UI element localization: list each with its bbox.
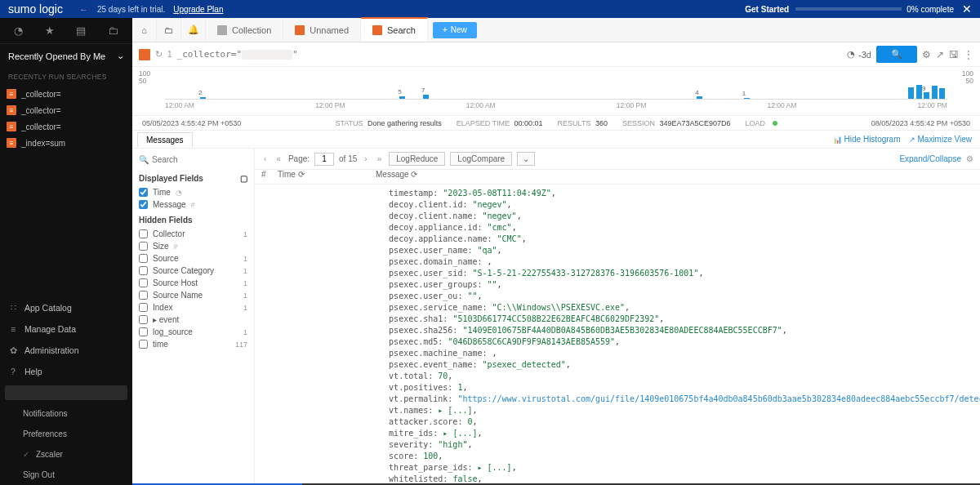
message-body[interactable]: timestamp: "2023-05-08T11:04:49Z", decoy… [255, 185, 980, 485]
field-row[interactable]: Collector1 [139, 228, 247, 240]
save-icon[interactable]: 🖫 [949, 49, 959, 60]
query-line-num: 1 [167, 50, 172, 59]
app-catalog-link[interactable]: ∷App Catalog [0, 297, 132, 318]
user-bar[interactable] [5, 385, 127, 400]
home-icon[interactable]: ⌂ [132, 18, 157, 42]
close-icon[interactable]: ✕ [962, 2, 972, 16]
run-search-button[interactable]: 🔍 [876, 46, 917, 63]
upgrade-link[interactable]: Upgrade Plan [173, 5, 223, 14]
time-range-picker[interactable]: ◔ -3d [847, 49, 871, 60]
logreduce-button[interactable]: LogReduce [389, 152, 445, 166]
maximize-view-link[interactable]: ↗Maximize View [909, 135, 973, 144]
messages-tab[interactable]: Messages [137, 132, 193, 147]
col-message[interactable]: Message ⟳ [376, 170, 980, 184]
bell-icon[interactable]: 🔔 [181, 18, 206, 42]
left-nav: ◔ ★ ▤ 🗀 Recently Opened By Me⌄ RECENTLY … [0, 18, 132, 485]
page-next-icon[interactable]: › [362, 154, 369, 163]
field-row[interactable]: log_source1 [139, 326, 247, 338]
sign-out-link[interactable]: Sign Out [0, 465, 132, 485]
field-row[interactable]: time117 [139, 338, 247, 350]
field-row[interactable]: Index1 [139, 301, 247, 314]
tab-search[interactable]: Search [361, 17, 428, 42]
histogram[interactable]: 10050 10050 2 5 7 4 1 9 12:00 AM12:00 PM… [132, 67, 980, 116]
tab-collection[interactable]: Collection [206, 18, 283, 42]
new-tab-button[interactable]: +New [433, 22, 477, 38]
collapse-icon[interactable]: ▢ [240, 174, 247, 183]
field-row[interactable]: Source Host1 [139, 277, 247, 289]
field-row[interactable]: ▸ event [139, 314, 247, 326]
back-icon[interactable]: ← [79, 5, 87, 14]
page-input[interactable] [314, 153, 334, 166]
search-item-icon [372, 25, 382, 35]
folder-icon[interactable]: 🗀 [108, 24, 118, 37]
load-indicator [773, 121, 777, 126]
trial-text: 25 days left in trial. [97, 5, 165, 14]
page-prev-icon[interactable]: « [274, 154, 283, 163]
folder-tab-icon[interactable]: 🗀 [157, 18, 181, 42]
search-item-icon [295, 25, 305, 35]
recently-opened-section[interactable]: Recently Opened By Me⌄ [0, 44, 132, 68]
recent-search-item[interactable]: ≡_collector= [0, 102, 132, 118]
recent-search-item[interactable]: ≡_collector= [0, 86, 132, 102]
field-row[interactable]: Source Name1 [139, 289, 247, 301]
more-icon[interactable]: ⋮ [964, 49, 973, 60]
get-started-button[interactable]: Get Started [745, 5, 789, 14]
help-link[interactable]: ?Help [0, 361, 132, 382]
recent-search-item[interactable]: ≡_collector= [0, 118, 132, 135]
page-first-icon[interactable]: ‹ [261, 154, 269, 163]
col-time[interactable]: Time ⟳ [278, 170, 376, 184]
fields-panel: 🔍 Displayed Fields▢ Time◔ Message# Hidde… [132, 149, 255, 485]
range-end: 08/05/2023 4:55:42 PM +0530 [871, 119, 970, 127]
tab-unnamed[interactable]: Unnamed [283, 18, 361, 42]
search-icon: 🔍 [139, 155, 149, 164]
administration-link[interactable]: ✿Administration [0, 340, 132, 361]
clock-icon[interactable]: ◔ [14, 24, 23, 37]
range-start: 05/05/2023 4:55:42 PM +0530 [142, 119, 241, 127]
progress-pct: 0% complete [906, 5, 954, 14]
share-icon[interactable]: ↗ [936, 49, 944, 60]
brand-logo: sumo logic [8, 2, 63, 16]
hide-histogram-link[interactable]: 📊Hide Histogram [833, 135, 901, 144]
field-row[interactable]: Source1 [139, 252, 247, 265]
star-icon[interactable]: ★ [45, 24, 55, 37]
zscaler-link[interactable]: ✓ Zscaler [0, 444, 132, 465]
grid-icon [217, 25, 227, 35]
expand-collapse-link[interactable]: Expand/Collapse [899, 154, 961, 163]
results-settings-icon[interactable]: ⚙ [966, 154, 973, 163]
settings-icon[interactable]: ⚙ [922, 49, 931, 60]
logcompare-button[interactable]: LogCompare [450, 152, 512, 166]
query-icon [139, 49, 150, 60]
logcompare-dropdown[interactable]: ⌄ [517, 152, 535, 166]
field-row[interactable]: Size# [139, 240, 247, 252]
manage-data-link[interactable]: ≡Manage Data [0, 318, 132, 340]
library-icon[interactable]: ▤ [76, 24, 86, 37]
fields-search-input[interactable] [152, 155, 255, 164]
page-last-icon[interactable]: » [375, 154, 385, 163]
field-row[interactable]: Source Category1 [139, 265, 247, 277]
recently-run-heading: RECENTLY RUN SEARCHES [0, 68, 132, 86]
history-icon[interactable]: ↻ [155, 49, 163, 60]
field-row[interactable]: Time◔ [139, 186, 247, 198]
query-input[interactable]: _collector="" [177, 49, 298, 60]
field-row[interactable]: Message# [139, 198, 247, 211]
notifications-link[interactable]: Notifications [0, 403, 132, 424]
preferences-link[interactable]: Preferences [0, 424, 132, 444]
progress-bar [795, 7, 902, 11]
plus-icon: + [443, 25, 448, 34]
recent-search-item[interactable]: ≡_index=sum [0, 135, 132, 151]
col-num[interactable]: # [255, 170, 278, 184]
